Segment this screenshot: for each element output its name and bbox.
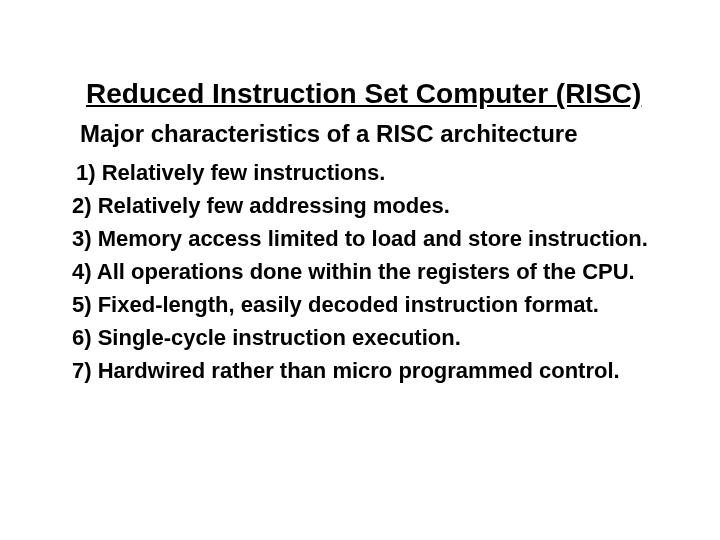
list-item: 7) Hardwired rather than micro programme…	[72, 354, 680, 387]
page-title: Reduced Instruction Set Computer (RISC)	[86, 78, 680, 110]
list-item: 1) Relatively few instructions.	[76, 156, 680, 189]
characteristics-list: 1) Relatively few instructions. 2) Relat…	[80, 156, 680, 387]
list-item: 3) Memory access limited to load and sto…	[72, 222, 680, 255]
list-item: 5) Fixed-length, easily decoded instruct…	[72, 288, 680, 321]
page-subtitle: Major characteristics of a RISC architec…	[80, 120, 680, 148]
list-item: 2) Relatively few addressing modes.	[72, 189, 680, 222]
list-item: 6) Single-cycle instruction execution.	[72, 321, 680, 354]
list-item: 4) All operations done within the regist…	[72, 255, 680, 288]
